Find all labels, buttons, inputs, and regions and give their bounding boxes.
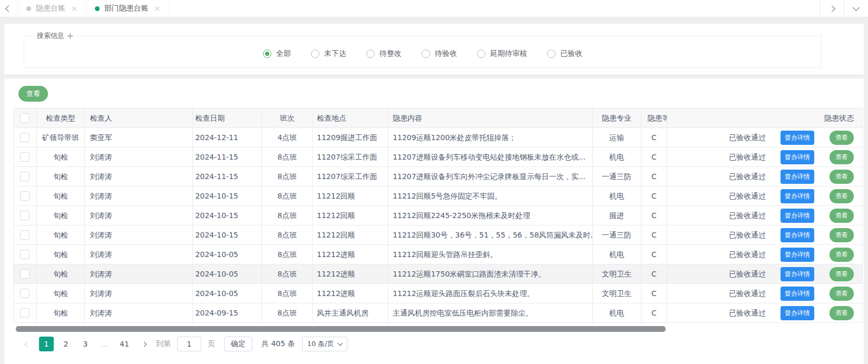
radio-pending-rectification[interactable]: 待整改 [366,49,402,58]
cell-danger-level: C [641,206,668,225]
row-checkbox[interactable] [20,211,30,220]
cell-shift: 8点班 [262,225,313,244]
cell-shift: 8点班 [262,264,313,283]
view-button[interactable]: 查看 [18,86,48,102]
page-size-select[interactable]: 10 条/页 [302,337,347,351]
cell-danger-content: 11212回顺2245-2250米拖根未及时处理 [388,206,593,225]
next-page-button[interactable] [136,337,151,351]
radio-icon [422,50,430,58]
row-checkbox-cell [14,303,37,322]
cell-status: 已验收通过 督办详情 查看 [667,186,862,205]
radio-not-issued[interactable]: 未下达 [311,49,346,58]
cell-specialty: 机电 [593,186,641,205]
cell-inspector: 刘涛涛 [85,225,193,244]
row-checkbox[interactable] [20,230,30,240]
row-view-button[interactable]: 查看 [830,209,854,223]
page-button-41[interactable]: 41 [117,337,132,351]
cell-check-date: 2024-10-15 [193,186,262,205]
radio-all[interactable]: 全部 [263,49,291,58]
cell-check-date: 2024-10-05 [193,264,262,283]
tabs-list-dropdown-button[interactable] [844,0,868,17]
table-row: 旬检 刘涛涛 2024-09-15 8点班 风井主通风机房 主通风机房控电室低压… [14,303,862,323]
cell-specialty: 一通三防 [593,167,641,186]
row-checkbox[interactable] [20,152,30,162]
row-view-button[interactable]: 查看 [830,189,854,203]
row-checkbox[interactable] [20,133,30,142]
row-checkbox[interactable] [20,191,30,201]
row-view-button[interactable]: 查看 [830,170,854,184]
expand-plus-icon[interactable]: + [66,33,74,40]
supervise-detail-button[interactable]: 督办详情 [781,248,814,262]
tabs-scroll-right-button[interactable] [820,0,844,17]
row-view-button[interactable]: 查看 [830,248,854,262]
header-shift: 班次 [262,109,313,127]
header-inspector: 检查人 [85,109,193,127]
cell-danger-level: C [641,128,668,147]
cell-danger-content: 主通风机房控电室低压电柜内部需要除尘。 [388,303,593,322]
row-checkbox[interactable] [20,308,30,318]
supervise-detail-button[interactable]: 督办详情 [781,228,814,242]
supervise-detail-button[interactable]: 督办详情 [781,170,814,184]
prev-page-button[interactable] [19,337,34,351]
cell-shift: 8点班 [262,147,313,166]
row-checkbox[interactable] [20,289,30,298]
row-view-button[interactable]: 查看 [830,228,854,242]
radio-accepted[interactable]: 已验收 [547,49,582,58]
cell-shift: 4点班 [262,128,313,147]
cell-status: 已验收通过 督办详情 查看 [667,245,862,264]
table-panel: 查看 检查类型 检查人 检查日期 班次 检查地点 隐患内容 隐患专业 隐患等级 … [4,78,864,364]
row-view-button[interactable]: 查看 [830,150,854,164]
page-button-3[interactable]: 3 [78,337,93,351]
tab-close-icon[interactable]: × [71,4,77,13]
row-checkbox[interactable] [20,269,30,279]
radio-label: 未下达 [324,49,346,58]
tab-close-icon[interactable]: × [154,4,161,13]
supervise-detail-button[interactable]: 督办详情 [781,287,814,301]
row-view-button[interactable]: 查看 [830,287,854,301]
row-checkbox[interactable] [20,172,30,181]
supervise-detail-button[interactable]: 督办详情 [781,189,814,203]
row-checkbox[interactable] [20,250,30,259]
tab-status-dot [95,6,100,11]
chevron-left-icon [5,5,12,12]
cell-danger-content: 11209运顺1200米处皮带托辊掉落； [388,128,593,147]
confirm-button[interactable]: 确定 [224,337,252,351]
page-button-2[interactable]: 2 [58,337,73,351]
pagination: 1 2 3 ... 41 到第 页 确定 共 405 条 10 条/页 [19,337,864,351]
cell-check-type: 旬检 [37,186,85,205]
supervise-detail-button[interactable]: 督办详情 [781,150,814,164]
cell-status: 已验收通过 督办详情 查看 [667,303,862,322]
row-view-button[interactable]: 查看 [830,131,854,145]
cell-check-type: 旬检 [37,225,85,244]
cell-check-date: 2024-12-11 [193,128,262,147]
cell-danger-level: C [641,264,668,283]
cell-location: 11212回顺 [313,225,388,244]
table-row: 旬检 刘涛涛 2024-11-15 8点班 11207综采工作面 11207进顺… [14,167,862,186]
supervise-detail-button[interactable]: 督办详情 [781,267,814,281]
row-view-button[interactable]: 查看 [830,267,854,281]
tab-hidden-danger-ledger[interactable]: 隐患台账 × [18,0,86,17]
row-checkbox-cell [14,128,37,147]
chevron-right-icon [141,341,147,347]
cell-specialty: 文明卫生 [593,264,641,283]
row-checkbox-cell [14,186,37,205]
page-button-1[interactable]: 1 [39,337,54,351]
radio-pending-acceptance[interactable]: 待验收 [422,49,457,58]
row-view-button[interactable]: 查看 [830,306,854,320]
cell-location: 11207综采工作面 [313,167,388,186]
cell-inspector: 刘涛涛 [85,245,193,264]
supervise-detail-button[interactable]: 督办详情 [781,209,814,223]
supervise-detail-button[interactable]: 督办详情 [781,306,814,320]
cell-check-date: 2024-10-05 [193,245,262,264]
horizontal-scrollbar-thumb[interactable] [16,326,666,332]
select-all-checkbox[interactable] [20,113,30,123]
tab-department-hidden-danger-ledger[interactable]: 部门隐患台账 × [86,0,170,17]
radio-overdue-pending-review[interactable]: 延期待审核 [477,49,527,58]
cell-check-type: 旬检 [37,284,85,303]
goto-page-input[interactable] [177,337,201,351]
tabs-scroll-left-button[interactable] [0,0,18,17]
cell-location: 11212回顺 [313,206,388,225]
supervise-detail-button[interactable]: 督办详情 [781,131,814,145]
cell-check-type: 旬检 [37,206,85,225]
cell-check-date: 2024-11-15 [193,167,262,186]
